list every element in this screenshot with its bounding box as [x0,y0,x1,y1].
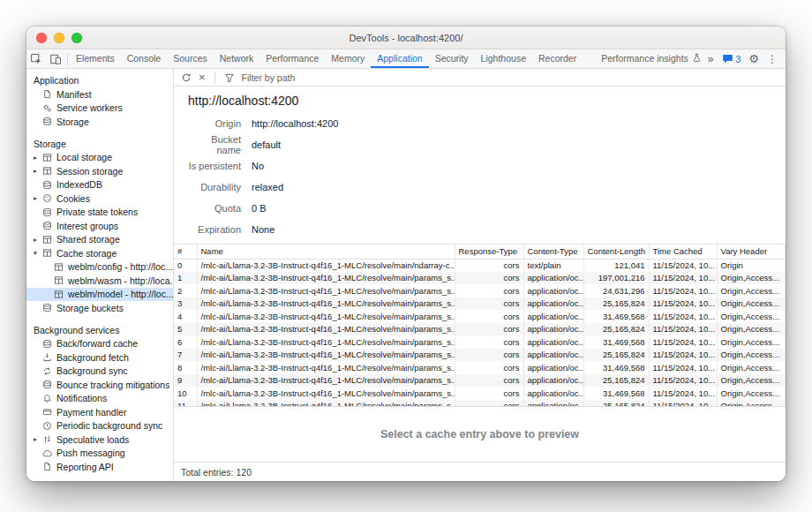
field-label: Origin [186,118,241,129]
cell-vary-header: Origin,Access... [717,374,786,388]
sidebar-item-indexeddb[interactable]: IndexedDB [26,178,173,192]
sidebar-item-service-workers[interactable]: Service workers [26,102,173,116]
expand-arrow-icon[interactable]: ▸ [34,154,42,162]
cell-name: /mlc-ai/Llama-3.2-3B-Instruct-q4f16_1-ML… [197,400,455,407]
tab-recorder[interactable]: Recorder [532,49,583,68]
cache-entry-row[interactable]: 9 /mlc-ai/Llama-3.2-3B-Instruct-q4f16_1-… [174,374,786,388]
cell-index: 5 [174,323,197,336]
tab-memory[interactable]: Memory [325,49,371,68]
cell-name: /mlc-ai/Llama-3.2-3B-Instruct-q4f16_1-ML… [197,335,455,349]
sidebar-item-back-forward-cache[interactable]: Back/forward cache [26,337,173,351]
tab-elements[interactable]: Elements [70,49,121,68]
settings-gear-icon[interactable]: ⚙ [748,52,759,65]
inspect-element-icon[interactable] [26,49,46,68]
sidebar-item-shared-storage[interactable]: ▸ Shared storage [26,233,173,247]
sidebar-item-interest-groups[interactable]: Interest groups [26,219,173,233]
cache-entry-row[interactable]: 6 /mlc-ai/Llama-3.2-3B-Instruct-q4f16_1-… [174,335,786,349]
tab-console[interactable]: Console [121,49,168,68]
sidebar-item-label: Service workers [56,102,123,113]
cache-entry-row[interactable]: 10 /mlc-ai/Llama-3.2-3B-Instruct-q4f16_1… [174,387,786,400]
cache-entry-row[interactable]: 2 /mlc-ai/Llama-3.2-3B-Instruct-q4f16_1-… [174,284,786,297]
zoom-window-button[interactable] [71,33,82,43]
sidebar-item-cache-storage[interactable]: ▾ Cache storage [26,246,173,260]
expand-arrow-icon[interactable]: ▾ [34,249,42,257]
sidebar-item-label: Local storage [56,152,112,162]
sidebar-item-manifest[interactable]: Manifest [26,87,173,102]
status-bar: Total entries: 120 [174,462,786,481]
expand-arrow-icon[interactable]: ▸ [34,435,42,443]
messages-count: 3 [736,54,741,64]
cell-content-length: 25,165,824 [583,297,649,311]
cell-index: 10 [174,387,197,400]
cache-entry-row[interactable]: 8 /mlc-ai/Llama-3.2-3B-Instruct-q4f16_1-… [174,361,786,374]
cell-response-type: cors [455,335,523,349]
sidebar-item-notifications[interactable]: Notifications [26,392,173,406]
device-toolbar-icon[interactable] [46,49,65,68]
refresh-icon[interactable] [181,72,192,83]
field-value: No [252,161,264,171]
sidebar-item-local-storage[interactable]: ▸ Local storage [26,151,173,165]
cache-entry-row[interactable]: 1 /mlc-ai/Llama-3.2-3B-Instruct-q4f16_1-… [174,272,786,285]
tab-performance[interactable]: Performance [259,49,325,68]
filter-by-path-input[interactable] [242,72,786,83]
window-titlebar[interactable]: DevTools - localhost:4200/ [26,26,786,49]
more-tabs-button[interactable]: » [708,53,714,65]
sidebar-item-private-state-tokens[interactable]: Private state tokens [26,206,173,220]
column-header-content-length[interactable]: Content-Length [583,245,649,259]
sidebar-item-weblm-model-http-loc[interactable]: weblm/model - http://loc... [26,288,173,302]
sidebar-item-speculative-loads[interactable]: ▸ Speculative loads [26,433,173,447]
cache-entry-row[interactable]: 3 /mlc-ai/Llama-3.2-3B-Instruct-q4f16_1-… [174,297,786,311]
sidebar-item-session-storage[interactable]: ▸ Session storage [26,164,173,178]
column-header-name[interactable]: Name [197,245,455,259]
total-entries: Total entries: 120 [181,467,252,478]
cache-entry-row[interactable]: 11 /mlc-ai/Llama-3.2-3B-Instruct-q4f16_1… [174,400,786,407]
sidebar-item-reporting-api[interactable]: Reporting API [26,460,173,474]
sidebar-item-cookies[interactable]: ▸ Cookies [26,192,173,206]
expand-arrow-icon[interactable]: ▸ [34,236,42,244]
sidebar-item-label: Payment handler [56,407,126,418]
sidebar-item-periodic-background-sync[interactable]: Periodic background sync [26,419,173,433]
kebab-menu-icon[interactable]: ⋮ [767,53,778,65]
delete-selected-icon[interactable]: × [199,72,206,83]
cache-entries-grid[interactable]: #NameResponse-TypeContent-TypeContent-Le… [174,244,786,406]
tab-label: Performance insights [601,53,688,64]
column-header-num[interactable]: # [174,245,197,259]
cache-toolbar: × [174,69,786,87]
column-header-response-type[interactable]: Response-Type [455,245,523,259]
sidebar-item-background-sync[interactable]: Background sync [26,365,173,379]
sidebar-item-payment-handler[interactable]: Payment handler [26,405,173,419]
cache-entry-row[interactable]: 0 /mlc-ai/Llama-3.2-3B-Instruct-q4f16_1-… [174,259,786,272]
cache-entry-row[interactable]: 7 /mlc-ai/Llama-3.2-3B-Instruct-q4f16_1-… [174,349,786,362]
sidebar-item-weblm-wasm-http-loca[interactable]: weblm/wasm - http://loca... [26,274,173,288]
sidebar-item-weblm-config-http-loc[interactable]: weblm/config - http://loc... [26,260,173,275]
sidebar-item-bounce-tracking-mitigations[interactable]: Bounce tracking mitigations [26,378,173,392]
tab-label: Application [377,53,422,64]
tab-sources[interactable]: Sources [167,49,214,68]
column-header-content-type[interactable]: Content-Type [523,245,583,259]
sidebar-item-push-messaging[interactable]: Push messaging [26,447,173,461]
tab-label: Console [127,53,162,64]
console-messages-badge[interactable]: 3 [722,53,741,64]
close-window-button[interactable] [36,33,47,43]
tab-performance-insights[interactable]: Performance insights [595,49,708,68]
cell-content-type: application/oc... [523,284,583,297]
column-header-time-cached[interactable]: Time Cached [649,245,717,259]
field-value: default [252,139,281,150]
tab-lighthouse[interactable]: Lighthouse [475,49,532,68]
cache-entry-row[interactable]: 4 /mlc-ai/Llama-3.2-3B-Instruct-q4f16_1-… [174,310,786,323]
tab-network[interactable]: Network [214,49,260,68]
expand-arrow-icon[interactable]: ▸ [34,194,42,202]
tab-application[interactable]: Application [371,49,428,68]
table-icon [42,248,52,258]
tab-label: Network [220,53,254,64]
sidebar-item-background-fetch[interactable]: Background fetch [26,350,173,365]
column-header-vary-header[interactable]: Vary Header [717,245,786,259]
cache-entry-row[interactable]: 5 /mlc-ai/Llama-3.2-3B-Instruct-q4f16_1-… [174,323,786,336]
cell-response-type: cors [455,272,523,285]
cache-field-origin: Origin http://localhost:4200 [174,113,786,134]
minimize-window-button[interactable] [54,33,64,43]
sidebar-item-storage-buckets[interactable]: Storage buckets [26,301,173,315]
sidebar-item-storage[interactable]: Storage [26,115,173,129]
expand-arrow-icon[interactable]: ▸ [34,167,42,175]
tab-security[interactable]: Security [429,49,475,68]
